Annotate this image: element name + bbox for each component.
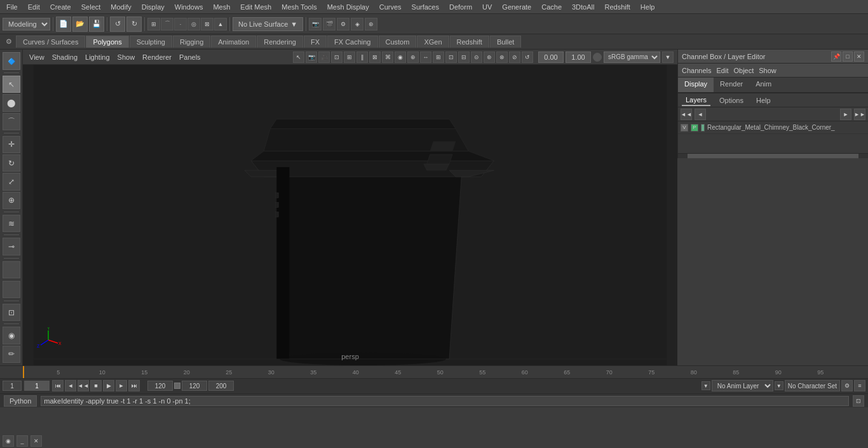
multi-cut-btn[interactable]: [3, 261, 20, 278]
range-end-input[interactable]: [182, 381, 207, 391]
cam-icon9[interactable]: ⊕: [407, 51, 419, 63]
cam-icon4[interactable]: ⊞: [344, 51, 355, 63]
menu-surfaces[interactable]: Surfaces: [408, 2, 443, 12]
workspace-select[interactable]: Modeling: [3, 18, 50, 31]
tab-curves-surfaces[interactable]: Curves / Surfaces: [16, 36, 85, 48]
rotate-tool-btn[interactable]: ↻: [3, 154, 20, 172]
cam-icon2[interactable]: 🎥: [318, 51, 330, 63]
select-mask-icon[interactable]: ↖: [293, 51, 304, 63]
range-marker[interactable]: [174, 383, 180, 389]
tab-fx-caching[interactable]: FX Caching: [327, 36, 377, 48]
redo-btn[interactable]: ↻: [126, 17, 142, 32]
layer-options-tab[interactable]: Options: [715, 95, 747, 105]
tab-rigging[interactable]: Rigging: [173, 36, 210, 48]
snap-point-icon[interactable]: ·: [174, 18, 187, 31]
cam-icon6[interactable]: ⊠: [369, 51, 381, 63]
menu-edit[interactable]: Edit: [24, 2, 44, 12]
range-max-input[interactable]: [208, 381, 234, 391]
layer-p-toggle[interactable]: P: [691, 124, 698, 132]
channel-box-pin-btn[interactable]: 📌: [831, 51, 841, 62]
menu-uv[interactable]: UV: [478, 2, 496, 12]
snap-live-icon[interactable]: ⊠: [201, 18, 214, 31]
current-frame-input[interactable]: [24, 381, 50, 391]
cam-icon3[interactable]: ⊡: [331, 51, 342, 63]
show-manip-btn[interactable]: ⊸: [3, 238, 20, 255]
start-frame-input[interactable]: [3, 381, 22, 391]
snap-grid-icon[interactable]: ⊞: [147, 18, 160, 31]
tab-animation[interactable]: Animation: [211, 36, 256, 48]
win-icon[interactable]: ◉: [3, 435, 14, 447]
layer-next1-btn[interactable]: ►: [840, 109, 851, 120]
tab-render[interactable]: Render: [714, 78, 749, 92]
snap-normal-icon[interactable]: ▲: [214, 18, 227, 31]
menu-create[interactable]: Create: [46, 2, 75, 12]
object-menu[interactable]: Object: [733, 67, 754, 74]
lighting-menu[interactable]: Lighting: [83, 52, 112, 62]
edit-menu[interactable]: Edit: [716, 67, 728, 74]
camera-btn[interactable]: ◉: [3, 327, 20, 344]
open-file-btn[interactable]: 📂: [72, 17, 88, 32]
cam-icon14[interactable]: ⊝: [471, 51, 482, 63]
cam-icon8[interactable]: ◉: [395, 51, 406, 63]
menu-deform[interactable]: Deform: [445, 2, 476, 12]
color-profile-icon[interactable]: [593, 53, 602, 62]
layer-prev-btn[interactable]: ◄◄: [681, 109, 692, 120]
undo-btn[interactable]: ↺: [110, 17, 125, 32]
color-profile-select[interactable]: sRGB gamma: [604, 51, 660, 63]
cam-icon17[interactable]: ⊘: [509, 51, 520, 63]
cam-icon16[interactable]: ⊗: [496, 51, 508, 63]
menu-windows[interactable]: Windows: [171, 2, 207, 12]
cam-far-clip[interactable]: [566, 51, 591, 63]
command-input[interactable]: [41, 396, 849, 406]
universal-manip-btn[interactable]: ⊕: [3, 192, 20, 209]
layer-indicator[interactable]: [701, 124, 705, 132]
layer-scrollbar[interactable]: [678, 153, 868, 158]
play-fwd-btn[interactable]: ▶: [103, 380, 114, 391]
layer-prev1-btn[interactable]: ◄: [695, 109, 706, 120]
char-set-btn[interactable]: No Character Set: [785, 380, 840, 391]
layer-row[interactable]: V P Rectangular_Metal_Chimney_Black_Corn…: [678, 121, 868, 134]
tab-bullet[interactable]: Bullet: [490, 36, 522, 48]
hypershade-icon[interactable]: ◈: [351, 18, 363, 31]
shading-menu[interactable]: Shading: [50, 52, 80, 62]
paint-effects-btn[interactable]: ✏: [3, 346, 20, 363]
color-profile-options-icon[interactable]: ▼: [662, 51, 674, 63]
menu-modify[interactable]: Modify: [107, 2, 135, 12]
soft-select-btn[interactable]: ≋: [3, 215, 20, 232]
menu-generate[interactable]: Generate: [498, 2, 535, 12]
save-file-btn[interactable]: 💾: [89, 17, 104, 32]
ipr-render-icon[interactable]: 🎬: [323, 18, 336, 31]
tab-redshift[interactable]: Redshift: [450, 36, 489, 48]
channels-menu[interactable]: Channels: [682, 67, 711, 74]
tab-xgen[interactable]: XGen: [417, 36, 449, 48]
step-fwd-btn[interactable]: ►: [116, 380, 127, 391]
win-minimize-btn[interactable]: _: [17, 435, 28, 447]
render-view-icon[interactable]: 📷: [309, 18, 322, 31]
menu-edit-mesh[interactable]: Edit Mesh: [236, 2, 275, 12]
cam-icon10[interactable]: ↔: [420, 51, 431, 63]
script-editor-icon[interactable]: ⊡: [853, 395, 864, 407]
anim-layer-select[interactable]: No Anim Layer: [712, 380, 773, 391]
cam-icon7[interactable]: ⌘: [382, 51, 393, 63]
channel-box-maximize-btn[interactable]: □: [843, 51, 853, 62]
menu-redshift[interactable]: Redshift: [600, 2, 634, 12]
new-file-btn[interactable]: 📄: [56, 17, 71, 32]
show-menu[interactable]: Show: [759, 67, 776, 74]
cam-near-clip[interactable]: [538, 51, 564, 63]
menu-mesh[interactable]: Mesh: [209, 2, 234, 12]
bridge-btn[interactable]: [3, 281, 20, 298]
layer-help-tab[interactable]: Help: [752, 95, 775, 105]
timeline-options-icon[interactable]: ≡: [854, 380, 865, 391]
channel-box-close-btn[interactable]: ✕: [854, 51, 864, 62]
cam-icon1[interactable]: 📷: [306, 51, 317, 63]
viewport-canvas[interactable]: X Y Z persp: [23, 65, 677, 365]
rigging-icon[interactable]: ⊛: [365, 18, 377, 31]
cam-icon5[interactable]: ∥: [356, 51, 368, 63]
panels-menu[interactable]: Panels: [177, 52, 203, 62]
select-tool-btn[interactable]: ↖: [3, 76, 20, 93]
menu-curves[interactable]: Curves: [376, 2, 405, 12]
tab-anim[interactable]: Anim: [749, 78, 778, 92]
tab-sculpting[interactable]: Sculpting: [130, 36, 172, 48]
menu-mesh-display[interactable]: Mesh Display: [323, 2, 373, 12]
range-start-input[interactable]: [147, 381, 173, 391]
